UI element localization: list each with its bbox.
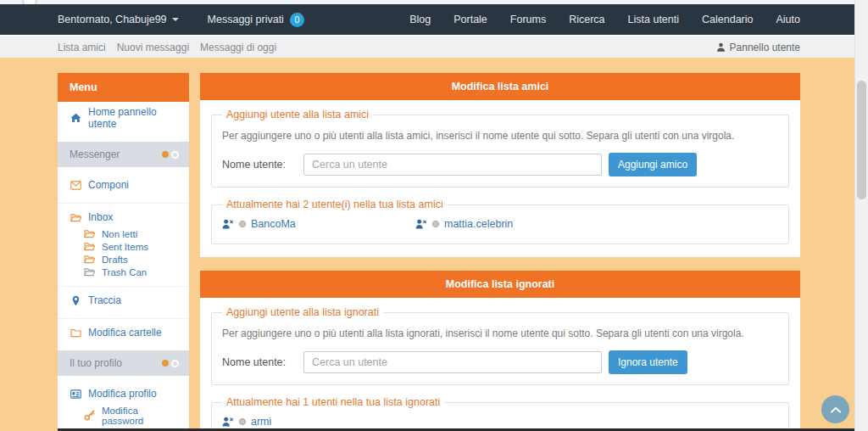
sidebar-section-messenger[interactable]: Messenger xyxy=(58,142,189,167)
navbar-link-portale[interactable]: Portale xyxy=(453,14,487,25)
sidebar-menu: Home pannello utenteMessengerComponiInbo… xyxy=(58,102,189,431)
sidebar-item-non-letti[interactable]: Non letti xyxy=(58,227,189,240)
offline-status-dot xyxy=(239,221,246,227)
friends-panel: Modifica lista amici Aggiungi utente all… xyxy=(200,73,800,257)
navbar-link-calendario[interactable]: Calendario xyxy=(702,14,753,25)
add-friend-form: Nome utente: Aggiungi amico xyxy=(222,153,778,176)
navbar-link-forums[interactable]: Forums xyxy=(510,14,546,25)
user-menu[interactable]: Bentornato, Chabuje99 xyxy=(58,14,179,25)
ignored-list-fieldset: Attualmente hai 1 utenti nella tua lista… xyxy=(211,396,789,431)
sidebar-item-trash-can[interactable]: Trash Can xyxy=(58,266,189,278)
ignored-list-legend: Attualmente hai 1 utenti nella tua lista… xyxy=(222,396,444,408)
friends-list-fieldset: Attualmente hai 2 utente(i) nella tua li… xyxy=(211,199,789,244)
sidebar-item-label: Traccia xyxy=(88,294,121,306)
toolbar-link-lista-amici[interactable]: Lista amici xyxy=(58,42,106,53)
sidebar-title: Menu xyxy=(58,73,189,102)
private-messages-label: Messaggi privati xyxy=(208,14,284,25)
friends-list: BancoMamattia.celebrin xyxy=(222,214,778,233)
user-entry: BancoMa xyxy=(222,218,415,230)
welcome-text: Bentornato, Chabuje99 xyxy=(58,14,167,25)
navbar-link-blog[interactable]: Blog xyxy=(409,14,431,25)
user-icon xyxy=(716,42,726,52)
sidebar-section-label: Il tuo profilo xyxy=(70,357,122,369)
username-link[interactable]: mattia.celebrin xyxy=(444,218,513,230)
folder-open-icon xyxy=(83,255,96,264)
remove-user-icon[interactable] xyxy=(222,417,234,427)
private-messages-badge: 0 xyxy=(290,13,304,27)
sidebar-item-sent-items[interactable]: Sent Items xyxy=(58,240,189,253)
sidebar-item-modifica-profilo[interactable]: Modifica profilo xyxy=(58,383,189,404)
sidebar-item-componi[interactable]: Componi xyxy=(58,175,189,195)
add-friend-button[interactable]: Aggiungi amico xyxy=(609,153,697,176)
collapse-toggle-icon[interactable] xyxy=(162,151,179,159)
folder-open-icon xyxy=(83,229,96,238)
navbar-link-ricerca[interactable]: Ricerca xyxy=(569,14,604,25)
toolbar-link-nuovi-messaggi[interactable]: Nuovi messaggi xyxy=(117,42,189,53)
friends-list-legend: Attualmente hai 2 utente(i) nella tua li… xyxy=(222,199,448,210)
sidebar-section-il-tuo-profilo[interactable]: Il tuo profilo xyxy=(58,350,189,376)
sidebar-item-label: Inbox xyxy=(88,211,113,223)
sidebar-item-label: Modifica profilo xyxy=(88,388,157,400)
ignored-panel: Modifica lista ignorati Aggiungi utente … xyxy=(200,271,800,431)
sidebar: Menu Home pannello utenteMessengerCompon… xyxy=(58,73,189,431)
user-entry: armi xyxy=(222,416,415,428)
scrollbar-thumb[interactable] xyxy=(857,81,866,199)
ignored-username-input[interactable] xyxy=(303,351,602,373)
ignored-panel-body: Aggiungi utente alla lista ignorati Per … xyxy=(200,298,800,431)
friends-panel-body: Aggiungi utente alla lista amici Per agg… xyxy=(200,100,800,257)
friend-username-input[interactable] xyxy=(303,154,602,176)
sidebar-item-label: Drafts xyxy=(102,255,128,265)
sidebar-item-inbox[interactable]: Inbox xyxy=(58,203,189,227)
username-label: Nome utente: xyxy=(222,159,303,171)
navbar-left: Bentornato, Chabuje99 Messaggi privati 0 xyxy=(58,13,304,27)
add-ignored-description: Per aggiungere uno o più utenti alla lis… xyxy=(222,327,778,339)
navbar-link-lista-utenti[interactable]: Lista utenti xyxy=(628,14,679,25)
user-panel-link[interactable]: Pannello utente xyxy=(716,42,800,53)
username-link[interactable]: BancoMa xyxy=(251,218,296,230)
envelope-icon xyxy=(70,181,82,190)
sidebar-item-home-pannello-utente[interactable]: Home pannello utente xyxy=(58,102,189,134)
add-friend-legend: Aggiungi utente alla lista amici xyxy=(222,109,373,120)
sidebar-item-label: Trash Can xyxy=(102,267,147,277)
offline-status-dot xyxy=(432,221,439,227)
sidebar-item-label: Modifica password xyxy=(102,406,181,426)
sidebar-item-label: Componi xyxy=(88,179,129,191)
home-icon xyxy=(70,113,82,123)
username-label: Nome utente: xyxy=(222,356,303,368)
sidebar-item-traccia[interactable]: Traccia xyxy=(58,286,189,311)
toolbar-link-messaggi-di-oggi[interactable]: Messaggi di oggi xyxy=(200,42,276,53)
ignored-panel-title: Modifica lista ignorati xyxy=(200,271,800,298)
folder-open-icon xyxy=(70,213,82,222)
top-navbar: Bentornato, Chabuje99 Messaggi privati 0… xyxy=(0,4,854,35)
user-entry: mattia.celebrin xyxy=(415,218,609,230)
user-panel-label: Pannello utente xyxy=(730,42,800,53)
sidebar-item-label: Home pannello utente xyxy=(88,106,181,130)
main-content: Modifica lista amici Aggiungi utente all… xyxy=(200,73,800,431)
collapse-toggle-icon[interactable] xyxy=(162,360,179,367)
sidebar-item-modifica-password[interactable]: Modifica password xyxy=(58,404,189,427)
scrollbar-track[interactable] xyxy=(854,0,868,431)
sidebar-item-modifica-cartelle[interactable]: Modifica cartelle xyxy=(58,318,189,343)
sidebar-item-drafts[interactable]: Drafts xyxy=(58,253,189,266)
add-ignored-fieldset: Aggiungi utente alla lista ignorati Per … xyxy=(211,306,789,385)
navbar-link-aiuto[interactable]: Aiuto xyxy=(776,14,801,25)
ignore-user-button[interactable]: Ignora utente xyxy=(609,350,687,374)
folder-open-icon xyxy=(83,267,96,277)
toolbar-links: Lista amiciNuovi messaggiMessaggi di ogg… xyxy=(58,42,276,53)
add-friend-fieldset: Aggiungi utente alla lista amici Per agg… xyxy=(211,109,789,188)
username-link[interactable]: armi xyxy=(251,416,271,428)
id-card-icon xyxy=(70,389,82,399)
scroll-to-top-button[interactable] xyxy=(821,395,849,423)
chevron-down-icon xyxy=(172,18,179,21)
remove-user-icon[interactable] xyxy=(222,219,234,229)
sidebar-item-label: Non letti xyxy=(102,229,137,239)
offline-status-dot xyxy=(239,418,246,425)
navbar-links: BlogPortaleForumsRicercaLista utentiCale… xyxy=(409,14,800,25)
folder-icon xyxy=(70,328,82,338)
chevron-up-icon xyxy=(830,406,842,413)
add-ignored-legend: Aggiungi utente alla lista ignorati xyxy=(222,306,383,318)
sidebar-section-label: Messenger xyxy=(70,148,120,160)
pin-icon xyxy=(70,295,82,306)
private-messages-link[interactable]: Messaggi privati 0 xyxy=(208,13,304,27)
remove-user-icon[interactable] xyxy=(415,219,427,229)
